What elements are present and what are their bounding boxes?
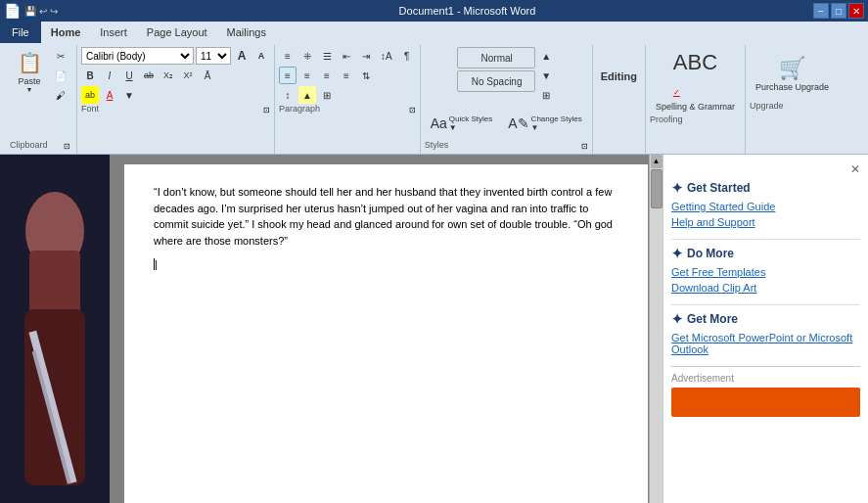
justify-button[interactable]: ≡ — [338, 67, 355, 84]
italic-button[interactable]: I — [101, 67, 118, 84]
align-left-button[interactable]: ≡ — [279, 67, 297, 84]
styles-content: Normal No Spacing ▲ ▼ ⊞ — [457, 47, 555, 104]
quick-access: 💾 ↩ ↪ — [24, 6, 58, 17]
clipboard-expand-btn[interactable]: ⊡ — [64, 142, 70, 151]
font-name-row: Calibri (Body) 11 A A — [81, 47, 270, 65]
shrink-font-button[interactable]: A — [252, 47, 270, 65]
get-more-label: Get More — [687, 312, 738, 326]
indent-decrease-button[interactable]: ⇤ — [338, 47, 355, 65]
style-normal[interactable]: Normal — [457, 47, 535, 69]
ribbon-group-font: Calibri (Body) 11 A A B I U ab X₂ X² Ā a… — [77, 45, 275, 154]
superscript-button[interactable]: X² — [179, 67, 197, 84]
scrollbar-vertical[interactable]: ▲ ▼ — [649, 155, 662, 503]
tab-insert[interactable]: Insert — [90, 22, 137, 43]
title-bar: 📄 💾 ↩ ↪ Document1 - Microsoft Word − □ ✕ — [0, 0, 868, 22]
font-expand-btn[interactable]: ⊡ — [263, 106, 270, 114]
panel-close-btn[interactable]: ✕ — [850, 162, 860, 176]
para-expand-btn[interactable]: ⊡ — [409, 106, 416, 114]
shading-button[interactable]: ▲ — [298, 86, 316, 104]
font-name-select[interactable]: Calibri (Body) — [81, 47, 194, 65]
font-size-select[interactable]: 11 — [196, 47, 231, 65]
style-no-spacing[interactable]: No Spacing — [457, 70, 535, 92]
do-more-label: Do More — [687, 247, 734, 260]
show-marks-button[interactable]: ¶ — [398, 47, 416, 65]
change-styles-button[interactable]: A✎ Change Styles ▼ — [502, 106, 587, 140]
ribbon-group-paragraph: ≡ ⁜ ☰ ⇤ ⇥ ↕A ¶ ≡ ≡ ≡ ≡ ⇅ ↕ ▲ ⊞ Paragr — [275, 45, 421, 154]
ad-label: Advertisement — [671, 373, 860, 384]
right-sidebar: ✕ ✦ Get Started Getting Started Guide He… — [662, 155, 868, 503]
tab-home[interactable]: Home — [41, 22, 91, 43]
align-center-button[interactable]: ≡ — [298, 67, 316, 84]
spelling-icon: ABC✓ — [673, 50, 717, 101]
document-text: “I don’t know, but someone should tell h… — [154, 184, 618, 249]
portrait-svg — [0, 155, 110, 503]
get-microsoft-link[interactable]: Get Microsoft PowerPoint or Microsoft Ou… — [671, 331, 860, 356]
sort-button[interactable]: ↕A — [377, 47, 396, 65]
change-styles-dropdown[interactable]: ▼ — [531, 123, 582, 132]
quick-styles-button[interactable]: Aa Quick Styles ▼ — [425, 106, 499, 140]
font-color-button[interactable]: A — [101, 86, 118, 104]
clipboard-content: 📋 Paste ▼ ✂ 📄 🖌 — [10, 47, 70, 140]
underline-button[interactable]: U — [120, 67, 138, 84]
ad-banner[interactable] — [671, 388, 860, 417]
font-group-label: Font — [81, 104, 99, 115]
help-support-link[interactable]: Help and Support — [671, 215, 860, 229]
paste-button[interactable]: 📋 Paste ▼ — [10, 47, 49, 96]
getting-started-guide-link[interactable]: Getting Started Guide — [671, 200, 860, 213]
get-started-section: ✦ Get Started Getting Started Guide Help… — [671, 180, 860, 229]
bullets-button[interactable]: ≡ — [279, 47, 297, 65]
align-right-button[interactable]: ≡ — [318, 67, 336, 84]
editing-content: Editing — [601, 47, 637, 106]
numbering-button[interactable]: ⁜ — [298, 47, 316, 65]
strikethrough-button[interactable]: ab — [140, 67, 158, 84]
scroll-thumb[interactable] — [651, 169, 662, 208]
main-layout: ▲ ▼ “I don’t know, but someone should te… — [0, 155, 868, 503]
upgrade-group-label-row: Upgrade — [750, 101, 835, 113]
paste-dropdown[interactable]: ▼ — [26, 86, 33, 93]
ribbon: 📋 Paste ▼ ✂ 📄 🖌 Clipboard ⊡ Calibri (Bod… — [0, 43, 868, 155]
get-more-icon: ✦ — [671, 311, 683, 327]
styles-scroll-up[interactable]: ▲ — [537, 47, 555, 65]
text-highlight-button[interactable]: ab — [81, 86, 99, 104]
styles-expand-btn[interactable]: ⊡ — [581, 142, 588, 151]
get-more-header: ✦ Get More — [671, 311, 860, 327]
multilevel-list-button[interactable]: ☰ — [318, 47, 336, 65]
scroll-up-btn[interactable]: ▲ — [651, 155, 662, 168]
styles-scroll-down[interactable]: ▼ — [537, 67, 555, 84]
clear-format-button[interactable]: Ā — [199, 67, 216, 84]
spelling-label: Spelling & Grammar — [656, 102, 735, 112]
copy-button[interactable]: 📄 — [51, 67, 70, 84]
bold-button[interactable]: B — [81, 67, 99, 84]
grow-font-button[interactable]: A — [233, 47, 251, 65]
minimize-button[interactable]: − — [813, 3, 829, 19]
get-started-label: Get Started — [687, 181, 751, 195]
maximize-button[interactable]: □ — [831, 3, 846, 19]
subscript-button[interactable]: X₂ — [160, 67, 177, 84]
tab-page-layout[interactable]: Page Layout — [137, 22, 217, 43]
download-clip-art-link[interactable]: Download Clip Art — [671, 281, 860, 295]
sidebar-divider-1 — [671, 239, 860, 240]
quick-styles-dropdown[interactable]: ▼ — [449, 123, 492, 132]
cut-button[interactable]: ✂ — [51, 47, 70, 65]
document-page[interactable]: “I don’t know, but someone should tell h… — [124, 164, 648, 503]
styles-action-row: Aa Quick Styles ▼ A✎ Change Styles ▼ — [425, 106, 588, 140]
tab-mailings[interactable]: Mailings — [217, 22, 276, 43]
para-align-row: ≡ ≡ ≡ ≡ ⇅ — [279, 67, 416, 84]
borders-button[interactable]: ⊞ — [318, 86, 336, 104]
text-color-dropdown[interactable]: ▼ — [120, 86, 138, 104]
line-spacing-button[interactable]: ↕ — [279, 86, 297, 104]
tab-file[interactable]: File — [0, 22, 41, 43]
document-area[interactable]: ▲ ▼ “I don’t know, but someone should te… — [110, 155, 662, 503]
text-direction-button[interactable]: ⇅ — [357, 67, 375, 84]
format-painter-button[interactable]: 🖌 — [51, 86, 70, 104]
styles-expand[interactable]: ⊞ — [537, 86, 555, 104]
clipboard-group-label: Clipboard — [10, 140, 48, 152]
spelling-button[interactable]: ABC✓ Spelling & Grammar — [650, 47, 741, 114]
get-free-templates-link[interactable]: Get Free Templates — [671, 265, 860, 279]
proofing-group-label-row: Proofing — [650, 114, 741, 126]
purchase-button[interactable]: 🛒 Purchase Upgrade — [750, 47, 835, 101]
para-group-label-row: Paragraph ⊡ — [279, 104, 416, 115]
close-button[interactable]: ✕ — [848, 3, 864, 19]
indent-increase-button[interactable]: ⇥ — [357, 47, 375, 65]
font-group-label-row: Font ⊡ — [81, 104, 270, 115]
